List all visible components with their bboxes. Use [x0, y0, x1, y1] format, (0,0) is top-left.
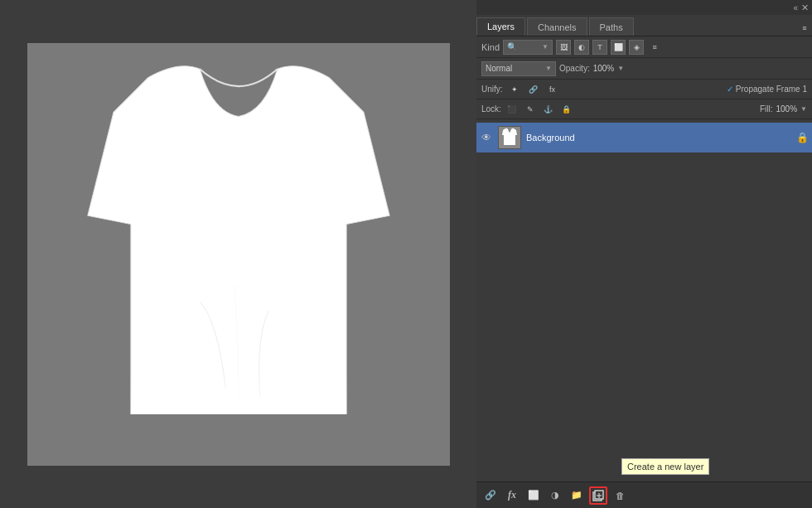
tab-bar: Layers Channels Paths ≡ [476, 15, 812, 36]
tab-layers[interactable]: Layers [476, 17, 525, 36]
new-layer-btn[interactable] [589, 486, 607, 505]
lock-artboard-btn[interactable]: ⚓ [541, 102, 556, 117]
new-layer-tooltip: Create a new layer [621, 458, 709, 475]
fill-chevron[interactable]: ▼ [800, 105, 807, 113]
new-group-btn[interactable]: 📁 [568, 486, 586, 505]
layer-name: Background [526, 133, 791, 143]
unify-style-btn[interactable]: fx [545, 82, 560, 97]
canvas-inner [27, 43, 450, 466]
panel-collapse-btn[interactable]: « [793, 3, 798, 12]
canvas-area [0, 0, 476, 508]
unify-row: Unify: ✦ 🔗 fx ✓ Propagate Frame 1 [476, 80, 812, 99]
kind-dropdown[interactable]: 🔍 ▼ [503, 40, 553, 55]
lock-row: Lock: ⬛ ✎ ⚓ 🔒 Fill: 100% ▼ [476, 99, 812, 119]
filter-adjust-btn[interactable]: ◐ [574, 40, 589, 55]
unify-position-btn[interactable]: ✦ [507, 82, 522, 97]
kind-label: Kind [481, 42, 500, 52]
panel-menu-btn[interactable]: ≡ [797, 21, 812, 36]
unify-label: Unify: [481, 85, 503, 94]
filter-pixel-btn[interactable]: 🖼 [556, 40, 571, 55]
blend-mode-value: Normal [486, 64, 512, 73]
filter-shape-btn[interactable]: ⬜ [611, 40, 626, 55]
layer-thumbnail [498, 126, 521, 149]
opacity-label: Opacity: [559, 64, 590, 73]
fill-label: Fill: [760, 104, 773, 114]
layer-item-background[interactable]: 👁 Background 🔒 [476, 123, 812, 152]
lock-label: Lock: [481, 104, 501, 114]
propagate-label: Propagate Frame 1 [736, 85, 807, 94]
adjustment-layer-btn[interactable]: ◑ [546, 486, 564, 505]
panel-top-bar: « ✕ [476, 0, 812, 15]
propagate-check: ✓ Propagate Frame 1 [727, 85, 807, 94]
fill-value[interactable]: 100% [776, 104, 798, 114]
link-layers-btn[interactable]: 🔗 [481, 486, 500, 505]
lock-position-btn[interactable]: ✎ [523, 102, 538, 117]
tab-channels[interactable]: Channels [527, 17, 587, 36]
propagate-checkmark[interactable]: ✓ [727, 85, 733, 94]
shirt-image [27, 43, 450, 466]
panel-close-btn[interactable]: ✕ [801, 2, 809, 13]
svg-rect-1 [130, 370, 346, 414]
filter-more-btn[interactable]: ≡ [647, 40, 662, 55]
filter-smart-btn[interactable]: ◈ [629, 40, 644, 55]
tab-paths[interactable]: Paths [589, 17, 634, 36]
blend-mode-dropdown[interactable]: Normal ▼ [481, 61, 556, 76]
kind-row: Kind 🔍 ▼ 🖼 ◐ T ⬜ ◈ ≡ [476, 36, 812, 58]
filter-type-btn[interactable]: T [592, 40, 607, 55]
fx-btn[interactable]: fx [503, 486, 521, 505]
layers-list: 👁 Background 🔒 [476, 119, 812, 186]
layer-visibility-toggle[interactable]: 👁 [480, 131, 493, 144]
panels-area: « ✕ Layers Channels Paths ≡ Kind 🔍 ▼ 🖼 ◐… [476, 0, 812, 508]
add-mask-btn[interactable]: ⬜ [524, 486, 543, 505]
lock-all-btn[interactable]: 🔒 [559, 102, 574, 117]
unify-linked-btn[interactable]: 🔗 [526, 82, 541, 97]
layer-lock-icon: 🔒 [796, 132, 809, 143]
lock-pixels-btn[interactable]: ⬛ [505, 102, 520, 117]
delete-layer-btn[interactable]: 🗑 [611, 486, 629, 505]
opacity-value[interactable]: 100% [593, 64, 615, 73]
bottom-toolbar: 🔗 fx ⬜ ◑ 📁 🗑 [476, 481, 812, 508]
blend-opacity-row: Normal ▼ Opacity: 100% ▼ [476, 58, 812, 80]
opacity-chevron[interactable]: ▼ [617, 65, 624, 72]
